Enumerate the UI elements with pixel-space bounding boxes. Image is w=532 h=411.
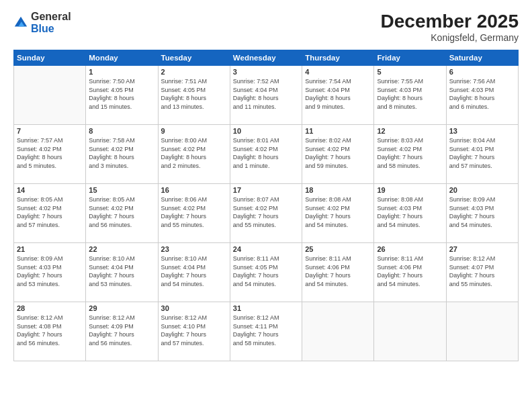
logo: General Blue [13, 11, 71, 34]
day-number: 29 [89, 304, 154, 312]
page-header: General Blue December 2025 Konigsfeld, G… [13, 11, 519, 43]
day-number: 14 [17, 186, 83, 194]
day-number: 11 [305, 127, 371, 135]
day-info: Sunrise: 8:12 AMSunset: 4:07 PMDaylight:… [449, 255, 515, 288]
day-info: Sunrise: 8:04 AMSunset: 4:01 PMDaylight:… [449, 136, 515, 170]
day-number: 8 [89, 127, 154, 135]
table-row: 4Sunrise: 7:54 AMSunset: 4:04 PMDaylight… [302, 66, 374, 125]
day-info: Sunrise: 8:09 AMSunset: 4:03 PMDaylight:… [449, 195, 515, 229]
table-row: 2Sunrise: 7:51 AMSunset: 4:05 PMDaylight… [158, 66, 230, 125]
table-row: 29Sunrise: 8:12 AMSunset: 4:09 PMDayligh… [86, 302, 158, 361]
day-info: Sunrise: 8:09 AMSunset: 4:03 PMDaylight:… [17, 255, 83, 288]
day-info: Sunrise: 8:11 AMSunset: 4:05 PMDaylight:… [233, 255, 299, 288]
day-info: Sunrise: 8:07 AMSunset: 4:02 PMDaylight:… [233, 195, 299, 229]
col-thursday: Thursday [302, 50, 374, 66]
table-row: 19Sunrise: 8:08 AMSunset: 4:03 PMDayligh… [374, 184, 446, 243]
day-number: 13 [449, 127, 515, 135]
table-row: 30Sunrise: 8:12 AMSunset: 4:10 PMDayligh… [158, 302, 230, 361]
day-number: 4 [305, 68, 371, 76]
day-number: 31 [233, 304, 299, 312]
table-row: 25Sunrise: 8:11 AMSunset: 4:06 PMDayligh… [302, 243, 374, 302]
table-row: 3Sunrise: 7:52 AMSunset: 4:04 PMDaylight… [230, 66, 302, 125]
day-info: Sunrise: 8:08 AMSunset: 4:02 PMDaylight:… [305, 195, 371, 229]
day-number: 12 [377, 127, 443, 135]
table-row: 6Sunrise: 7:56 AMSunset: 4:03 PMDaylight… [446, 66, 518, 125]
table-row: 13Sunrise: 8:04 AMSunset: 4:01 PMDayligh… [446, 125, 518, 184]
day-number: 30 [161, 304, 227, 312]
col-monday: Monday [86, 50, 158, 66]
day-number: 10 [233, 127, 299, 135]
table-row: 28Sunrise: 8:12 AMSunset: 4:08 PMDayligh… [14, 302, 86, 361]
day-info: Sunrise: 8:11 AMSunset: 4:06 PMDaylight:… [377, 255, 443, 288]
table-row: 16Sunrise: 8:06 AMSunset: 4:02 PMDayligh… [158, 184, 230, 243]
day-info: Sunrise: 8:03 AMSunset: 4:02 PMDaylight:… [377, 136, 443, 170]
day-info: Sunrise: 8:05 AMSunset: 4:02 PMDaylight:… [17, 195, 83, 229]
day-number: 28 [17, 304, 83, 312]
table-row: 10Sunrise: 8:01 AMSunset: 4:02 PMDayligh… [230, 125, 302, 184]
day-info: Sunrise: 7:56 AMSunset: 4:03 PMDaylight:… [449, 77, 515, 111]
day-number: 3 [233, 68, 299, 76]
col-friday: Friday [374, 50, 446, 66]
day-info: Sunrise: 8:11 AMSunset: 4:06 PMDaylight:… [305, 255, 371, 288]
day-number: 21 [17, 245, 83, 253]
logo-text: General Blue [31, 11, 71, 34]
day-info: Sunrise: 8:10 AMSunset: 4:04 PMDaylight:… [89, 255, 154, 288]
day-info: Sunrise: 8:00 AMSunset: 4:02 PMDaylight:… [161, 136, 227, 170]
table-row: 21Sunrise: 8:09 AMSunset: 4:03 PMDayligh… [14, 243, 86, 302]
table-row: 12Sunrise: 8:03 AMSunset: 4:02 PMDayligh… [374, 125, 446, 184]
day-info: Sunrise: 7:52 AMSunset: 4:04 PMDaylight:… [233, 77, 299, 111]
day-info: Sunrise: 7:57 AMSunset: 4:02 PMDaylight:… [17, 136, 83, 170]
day-number: 26 [377, 245, 443, 253]
location: Konigsfeld, Germany [381, 32, 519, 43]
table-row: 26Sunrise: 8:11 AMSunset: 4:06 PMDayligh… [374, 243, 446, 302]
day-number: 9 [161, 127, 227, 135]
table-row: 9Sunrise: 8:00 AMSunset: 4:02 PMDaylight… [158, 125, 230, 184]
day-number: 16 [161, 186, 227, 194]
day-info: Sunrise: 7:51 AMSunset: 4:05 PMDaylight:… [161, 77, 227, 111]
calendar: Sunday Monday Tuesday Wednesday Thursday… [13, 50, 519, 361]
day-number: 15 [89, 186, 154, 194]
table-row: 17Sunrise: 8:07 AMSunset: 4:02 PMDayligh… [230, 184, 302, 243]
day-info: Sunrise: 7:58 AMSunset: 4:02 PMDaylight:… [89, 136, 154, 170]
day-info: Sunrise: 7:50 AMSunset: 4:05 PMDaylight:… [89, 77, 154, 111]
table-row [302, 302, 374, 361]
table-row: 24Sunrise: 8:11 AMSunset: 4:05 PMDayligh… [230, 243, 302, 302]
day-info: Sunrise: 8:12 AMSunset: 4:10 PMDaylight:… [161, 314, 227, 347]
day-number: 1 [89, 68, 154, 76]
table-row: 11Sunrise: 8:02 AMSunset: 4:02 PMDayligh… [302, 125, 374, 184]
day-info: Sunrise: 8:05 AMSunset: 4:02 PMDaylight:… [89, 195, 154, 229]
table-row: 5Sunrise: 7:55 AMSunset: 4:03 PMDaylight… [374, 66, 446, 125]
table-row: 15Sunrise: 8:05 AMSunset: 4:02 PMDayligh… [86, 184, 158, 243]
logo-icon [13, 15, 28, 30]
table-row: 18Sunrise: 8:08 AMSunset: 4:02 PMDayligh… [302, 184, 374, 243]
table-row: 8Sunrise: 7:58 AMSunset: 4:02 PMDaylight… [86, 125, 158, 184]
calendar-header-row: Sunday Monday Tuesday Wednesday Thursday… [14, 50, 519, 66]
day-info: Sunrise: 8:12 AMSunset: 4:08 PMDaylight:… [17, 314, 83, 347]
month-title: December 2025 [381, 11, 519, 32]
day-number: 2 [161, 68, 227, 76]
day-number: 17 [233, 186, 299, 194]
day-number: 18 [305, 186, 371, 194]
day-info: Sunrise: 7:54 AMSunset: 4:04 PMDaylight:… [305, 77, 371, 111]
col-wednesday: Wednesday [230, 50, 302, 66]
day-info: Sunrise: 8:01 AMSunset: 4:02 PMDaylight:… [233, 136, 299, 170]
day-info: Sunrise: 8:02 AMSunset: 4:02 PMDaylight:… [305, 136, 371, 170]
table-row: 1Sunrise: 7:50 AMSunset: 4:05 PMDaylight… [86, 66, 158, 125]
day-number: 20 [449, 186, 515, 194]
day-number: 7 [17, 127, 83, 135]
table-row: 31Sunrise: 8:12 AMSunset: 4:11 PMDayligh… [230, 302, 302, 361]
day-info: Sunrise: 8:12 AMSunset: 4:09 PMDaylight:… [89, 314, 154, 347]
day-number: 25 [305, 245, 371, 253]
day-number: 22 [89, 245, 154, 253]
day-info: Sunrise: 7:55 AMSunset: 4:03 PMDaylight:… [377, 77, 443, 111]
day-number: 5 [377, 68, 443, 76]
day-number: 19 [377, 186, 443, 194]
table-row: 14Sunrise: 8:05 AMSunset: 4:02 PMDayligh… [14, 184, 86, 243]
col-saturday: Saturday [446, 50, 518, 66]
table-row [374, 302, 446, 361]
table-row [446, 302, 518, 361]
table-row: 27Sunrise: 8:12 AMSunset: 4:07 PMDayligh… [446, 243, 518, 302]
day-info: Sunrise: 8:08 AMSunset: 4:03 PMDaylight:… [377, 195, 443, 229]
table-row: 20Sunrise: 8:09 AMSunset: 4:03 PMDayligh… [446, 184, 518, 243]
table-row: 23Sunrise: 8:10 AMSunset: 4:04 PMDayligh… [158, 243, 230, 302]
